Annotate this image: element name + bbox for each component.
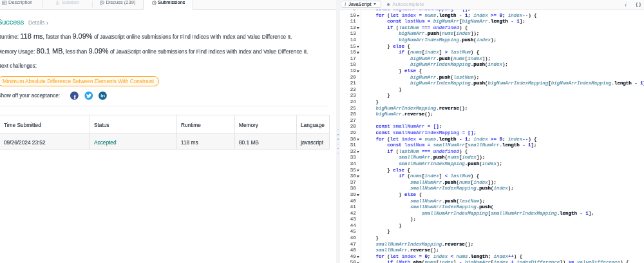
svg-text:in: in (100, 93, 105, 99)
svg-text:f: f (73, 92, 76, 99)
